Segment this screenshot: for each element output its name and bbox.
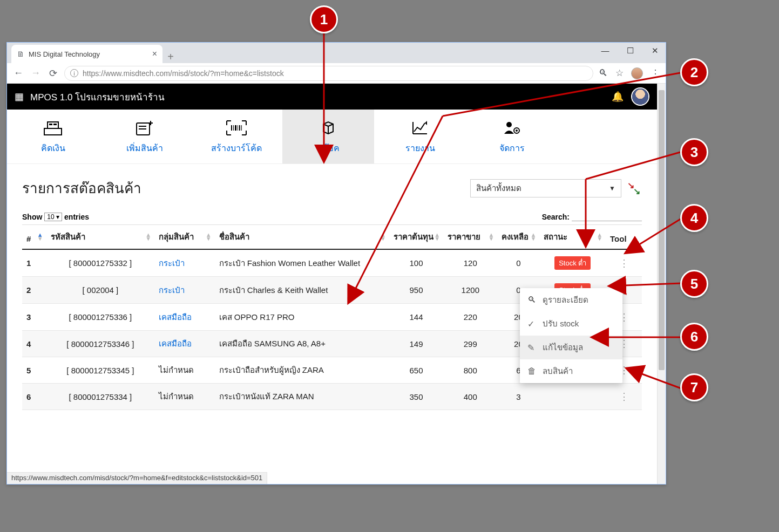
profile-avatar-icon[interactable] bbox=[631, 67, 643, 79]
row-menu-item[interactable]: 🗑ลบสินค้า bbox=[520, 359, 622, 383]
export-excel-button[interactable]: ↘↘ bbox=[626, 180, 642, 196]
svg-rect-18 bbox=[231, 125, 232, 131]
minimize-button[interactable]: — bbox=[599, 46, 612, 56]
nav-label: สร้างบาร์โค้ด bbox=[211, 141, 262, 155]
cell-price: 800 bbox=[443, 357, 497, 384]
menu-item-label: ปรับ stock bbox=[543, 317, 579, 330]
group-text: ไม่กำหนด bbox=[159, 392, 194, 401]
group-link[interactable]: กระเป๋า bbox=[159, 285, 185, 295]
row-menu-item[interactable]: 🔍︎ดูรายละเอียด bbox=[520, 288, 622, 312]
app-topbar: ▦ MPOS 1.0 โปรแกรมขายหน้าร้าน 🔔 bbox=[7, 84, 657, 110]
close-window-button[interactable]: ✕ bbox=[648, 46, 661, 56]
site-info-icon[interactable]: i bbox=[70, 69, 78, 77]
entries-per-page: Show 10 ▾ entries bbox=[22, 213, 89, 221]
group-link[interactable]: เคสมือถือ bbox=[159, 312, 192, 322]
reload-button[interactable]: ⟳ bbox=[47, 67, 59, 79]
filter-selected-text: สินค้าทั้งหมด bbox=[476, 182, 521, 195]
cell-name: กระเป๋าหนังแท้ ZARA MAN bbox=[215, 384, 389, 410]
menu-item-label: ลบสินค้า bbox=[543, 365, 573, 378]
th-stock[interactable]: คงเหลือ▲▼ bbox=[497, 225, 539, 250]
cell-index: 4 bbox=[22, 331, 46, 357]
th-price[interactable]: ราคาขาย▲▼ bbox=[443, 225, 497, 250]
cell-cost: 950 bbox=[389, 277, 443, 304]
search-icon: 🔍︎ bbox=[527, 295, 537, 305]
back-button[interactable]: ← bbox=[12, 67, 24, 79]
nav-label: เพิ่มสินค้า bbox=[126, 141, 163, 155]
apps-grid-icon[interactable]: ▦ bbox=[15, 91, 24, 103]
nav-stock[interactable]: สต๊อค bbox=[282, 110, 374, 163]
main-nav: คิดเงิน เพิ่มสินค้า สร้างบาร์โค้ด bbox=[7, 110, 657, 164]
svg-rect-22 bbox=[239, 125, 240, 131]
th-code[interactable]: รหัสสินค้า▲▼ bbox=[46, 225, 155, 250]
callout-6: 6 bbox=[680, 323, 708, 351]
status-badge-low: Stock ต่ำ bbox=[554, 256, 591, 270]
row-actions-button[interactable]: ⋮ bbox=[619, 391, 629, 402]
bookmark-star-icon[interactable]: ☆ bbox=[615, 67, 624, 79]
url-field[interactable]: i https://www.misdtech.com/misd/stock/?m… bbox=[64, 66, 593, 81]
browser-menu-button[interactable]: ⋮ bbox=[651, 67, 660, 79]
th-cost[interactable]: ราคาต้นทุน▲▼ bbox=[389, 225, 443, 250]
search-in-page-icon[interactable]: 🔍︎ bbox=[599, 68, 608, 79]
user-avatar[interactable] bbox=[631, 87, 649, 106]
nav-add-product[interactable]: เพิ่มสินค้า bbox=[99, 110, 191, 163]
nav-cash[interactable]: คิดเงิน bbox=[7, 110, 99, 163]
svg-point-33 bbox=[516, 129, 518, 132]
svg-rect-23 bbox=[241, 125, 242, 131]
address-bar: ← → ⟳ i https://www.misdtech.com/misd/st… bbox=[7, 63, 666, 84]
cell-index: 3 bbox=[22, 304, 46, 331]
barcode-icon bbox=[226, 119, 247, 137]
svg-rect-11 bbox=[49, 124, 52, 125]
forward-button[interactable]: → bbox=[30, 67, 42, 79]
entries-label: entries bbox=[64, 213, 89, 221]
entries-select[interactable]: 10 ▾ bbox=[44, 213, 62, 221]
browser-window: — ☐ ✕ 🗎 MIS Digital Technology × + ← → ⟳… bbox=[6, 42, 666, 485]
category-filter-dropdown[interactable]: สินค้าทั้งหมด ▼ bbox=[470, 179, 621, 197]
page-title: รายการสต๊อคสินค้า bbox=[22, 177, 141, 199]
browser-tab[interactable]: 🗎 MIS Digital Technology × bbox=[11, 45, 162, 63]
svg-marker-30 bbox=[425, 121, 427, 125]
settings-icon bbox=[503, 119, 521, 137]
close-tab-button[interactable]: × bbox=[152, 49, 157, 59]
cash-register-icon bbox=[43, 119, 63, 137]
callout-1: 1 bbox=[310, 5, 338, 33]
status-bar-url: https://www.misdtech.com/misd/stock/?m=h… bbox=[7, 472, 267, 484]
cell-name: กระเป๋า Charles & Keith Wallet bbox=[215, 277, 389, 304]
cell-code: [ 8000012753346 ] bbox=[46, 331, 155, 357]
callout-2: 2 bbox=[680, 58, 708, 86]
cell-code: [ 8000012753345 ] bbox=[46, 357, 155, 384]
row-actions-menu: 🔍︎ดูรายละเอียด✓ปรับ stock✎แก้ไขข้อมูล🗑ลบ… bbox=[520, 288, 622, 383]
th-index[interactable]: #▲▼ bbox=[22, 225, 46, 250]
svg-rect-21 bbox=[238, 125, 238, 131]
row-menu-item[interactable]: ✎แก้ไขข้อมูล bbox=[520, 336, 622, 359]
cell-code: [ 800001275336 ] bbox=[46, 304, 155, 331]
search-input[interactable] bbox=[572, 212, 642, 221]
vertical-scrollbar[interactable] bbox=[657, 84, 666, 484]
new-tab-button[interactable]: + bbox=[162, 51, 179, 63]
svg-rect-19 bbox=[233, 125, 234, 131]
callout-3: 3 bbox=[680, 138, 708, 166]
pencil-icon: ✎ bbox=[527, 343, 537, 353]
table-row: 1 [ 800001275332 ] กระเป๋า กระเป๋า Fashi… bbox=[22, 249, 642, 277]
row-menu-item[interactable]: ✓ปรับ stock bbox=[520, 312, 622, 336]
notifications-icon[interactable]: 🔔 bbox=[612, 91, 624, 103]
cell-code: [ 800001275332 ] bbox=[46, 249, 155, 277]
swap-arrows-icon: ↘↘ bbox=[627, 182, 640, 194]
th-group[interactable]: กลุ่มสินค้า▲▼ bbox=[154, 225, 214, 250]
cell-index: 6 bbox=[22, 384, 46, 410]
cell-cost: 149 bbox=[389, 331, 443, 357]
row-actions-button[interactable]: ⋮ bbox=[619, 258, 629, 269]
th-name[interactable]: ชื่อสินค้า▲▼ bbox=[215, 225, 389, 250]
group-link[interactable]: กระเป๋า bbox=[159, 258, 185, 268]
maximize-button[interactable]: ☐ bbox=[624, 46, 636, 56]
th-status[interactable]: สถานะ▲▼ bbox=[539, 225, 606, 250]
nav-barcode[interactable]: สร้างบาร์โค้ด bbox=[191, 110, 282, 163]
nav-label: คิดเงิน bbox=[41, 141, 65, 155]
nav-manage[interactable]: จัดการ bbox=[466, 110, 558, 163]
nav-report[interactable]: รายงาน bbox=[374, 110, 466, 163]
cell-code: [ 002004 ] bbox=[46, 277, 155, 304]
group-text: ไม่กำหนด bbox=[159, 365, 194, 374]
cell-stock: 3 bbox=[497, 384, 539, 410]
group-link[interactable]: เคสมือถือ bbox=[159, 339, 192, 348]
cell-index: 5 bbox=[22, 357, 46, 384]
app-title: MPOS 1.0 โปรแกรมขายหน้าร้าน bbox=[30, 90, 165, 104]
